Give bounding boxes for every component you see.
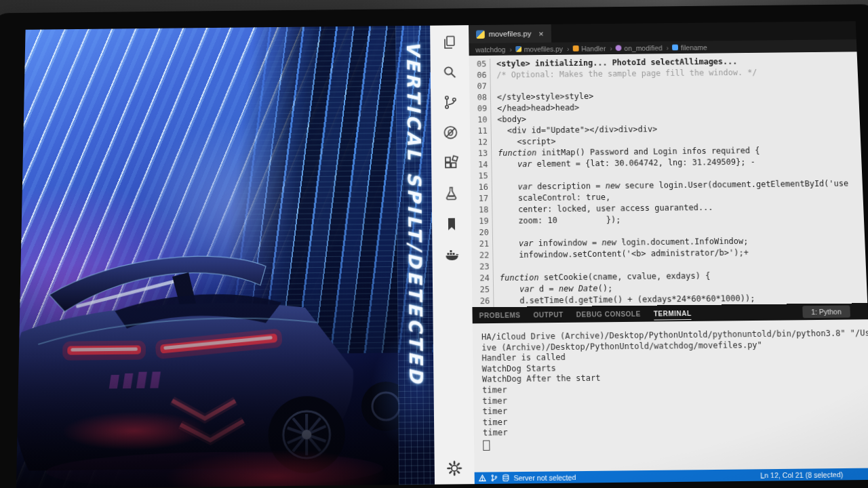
- breadcrumb-item[interactable]: movefiles.py: [515, 45, 571, 53]
- line-number: 15: [471, 171, 492, 182]
- tab-movefiles[interactable]: movefiles.py ×: [469, 24, 551, 43]
- server-status[interactable]: Server not selected: [513, 473, 576, 482]
- line-number: 19: [471, 216, 493, 227]
- breadcrumb-label: Handler: [581, 44, 606, 52]
- code-text: zoom: 10 });: [498, 214, 620, 227]
- warning-icon[interactable]: [479, 474, 486, 482]
- line-number: 21: [471, 239, 493, 250]
- panel-tab[interactable]: PROBLEMS: [479, 309, 520, 322]
- tests-beaker-icon[interactable]: [442, 185, 460, 203]
- source-control-status-icon[interactable]: [490, 474, 498, 481]
- line-number: 11: [470, 125, 492, 137]
- code-text: var d = new Date();: [500, 283, 613, 296]
- editor-column: movefiles.py × watchdog: [469, 21, 868, 484]
- search-icon[interactable]: [441, 64, 458, 81]
- line-number: 16: [471, 182, 492, 193]
- settings-gear-icon[interactable]: [446, 460, 464, 478]
- debug-disabled-icon[interactable]: [441, 124, 459, 142]
- activity-bar: [430, 25, 475, 485]
- screen: VERTICAL SPILT/DETECTED: [16, 21, 868, 488]
- sports-car-illustration: [16, 226, 400, 488]
- docker-icon[interactable]: [443, 246, 460, 264]
- files-icon[interactable]: [441, 34, 458, 51]
- line-number: 23: [472, 261, 494, 272]
- panel-tab[interactable]: TERMINAL: [654, 306, 692, 320]
- line-number: 13: [470, 148, 492, 159]
- line-number: 12: [470, 137, 492, 148]
- bookmarks-icon[interactable]: [443, 216, 460, 233]
- terminal-cursor: [483, 441, 490, 451]
- line-number: 22: [471, 250, 493, 262]
- monitor-bezel: VERTICAL SPILT/DETECTED: [0, 4, 868, 488]
- vertical-text: VERTICAL SPILT/DETECTED: [402, 26, 427, 485]
- symbol-icon: [515, 46, 521, 52]
- database-icon[interactable]: [502, 474, 509, 481]
- symbol-icon: [672, 45, 678, 51]
- terminal-selector[interactable]: 1: Python: [802, 306, 850, 319]
- line-number: 18: [471, 205, 492, 216]
- line-number: 17: [471, 193, 492, 205]
- breadcrumb-item[interactable]: on_modified: [616, 43, 671, 52]
- source-control-icon[interactable]: [441, 94, 459, 110]
- panel-tab[interactable]: DEBUG CONSOLE: [576, 308, 641, 321]
- symbol-icon: [616, 45, 622, 51]
- breadcrumb-label: movefiles.py: [524, 45, 564, 53]
- line-number: 10: [470, 115, 492, 126]
- vertical-text-strip: VERTICAL SPILT/DETECTED: [395, 26, 435, 485]
- line-number: 09: [470, 103, 492, 115]
- cursor-position[interactable]: Ln 12, Col 21 (8 selected): [760, 470, 843, 480]
- line-number: 24: [472, 272, 494, 284]
- breadcrumb-item[interactable]: watchdog: [475, 45, 513, 54]
- wallpaper-car-image: VERTICAL SPILT/DETECTED: [16, 26, 435, 488]
- code-text: center: locked, user access guaranted...: [498, 202, 713, 216]
- line-number: 05: [469, 59, 491, 70]
- code-text: <body>: [497, 114, 526, 125]
- line-number: 14: [471, 159, 492, 171]
- code-text: scaleControl: true,: [498, 192, 610, 204]
- terminal[interactable]: HA/iCloud Drive (Archive)/Desktop/Python…: [473, 319, 868, 472]
- vscode-window: movefiles.py × watchdog: [430, 21, 868, 484]
- line-number: 06: [469, 70, 491, 81]
- code-text: <div id="Update"></div>div>div>: [497, 124, 657, 137]
- breadcrumb-label: on_modified: [624, 43, 663, 52]
- code-text: </head>head>head>: [497, 102, 580, 115]
- breadcrumb-label: watchdog: [475, 45, 505, 54]
- line-number: 26: [472, 296, 494, 307]
- breadcrumb-label: filename: [681, 43, 707, 52]
- line-number: 08: [469, 92, 491, 104]
- extensions-icon[interactable]: [442, 155, 460, 172]
- terminal-output: HA/iCloud Drive (Archive)/Desktop/Python…: [481, 328, 868, 439]
- code-text: <script>: [498, 136, 556, 148]
- panel-tab[interactable]: OUTPUT: [533, 308, 564, 321]
- close-icon[interactable]: ×: [538, 29, 544, 38]
- line-number: 07: [469, 81, 491, 92]
- breadcrumb-item[interactable]: Handler: [572, 44, 614, 52]
- line-number: 25: [472, 284, 494, 296]
- photo-background: VERTICAL SPILT/DETECTED: [0, 0, 868, 488]
- breadcrumb-item[interactable]: filename: [672, 43, 707, 52]
- code-text: </style>style>style>: [497, 91, 594, 103]
- code-editor[interactable]: 05 <style> initializing... PhotoId selec…: [469, 52, 868, 307]
- code-text: function setCookie(cname, cvalue, exdays…: [500, 270, 711, 284]
- symbol-icon: [572, 45, 578, 52]
- tab-label: movefiles.py: [489, 30, 532, 38]
- line-number: 20: [471, 227, 493, 239]
- python-icon: [476, 30, 485, 39]
